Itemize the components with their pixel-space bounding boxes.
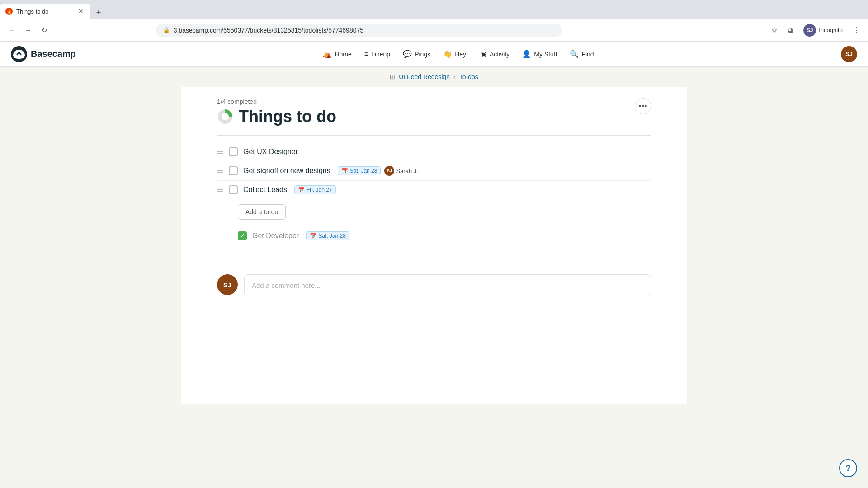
active-tab[interactable]: 🔥 Things to do ✕ bbox=[0, 4, 90, 19]
todo-label-3: Collect Leads bbox=[243, 186, 287, 194]
breadcrumb-section-link[interactable]: To-dos bbox=[459, 73, 478, 80]
nav-hey[interactable]: 👋 Hey! bbox=[438, 47, 473, 61]
app-header: Basecamp ⛺ Home ≡ Lineup 💬 Pings 👋 Hey! … bbox=[0, 42, 868, 67]
completed-section: Get Developer 📅 Sat, Jan 28 bbox=[217, 227, 651, 245]
add-todo-button[interactable]: Add a to-do bbox=[238, 204, 286, 220]
todo-meta-4: 📅 Sat, Jan 28 bbox=[306, 231, 349, 240]
nav-lineup-label: Lineup bbox=[371, 51, 390, 58]
basecamp-logo-icon bbox=[11, 46, 27, 62]
todo-label-1: Get UX Designer bbox=[243, 148, 298, 156]
progress-pie-chart bbox=[217, 108, 233, 125]
todo-checkbox-3[interactable] bbox=[229, 185, 238, 194]
nav-mystuff[interactable]: 👤 My Stuff bbox=[517, 47, 562, 61]
todo-list: Get UX Designer Get signoff on new desig… bbox=[217, 143, 651, 199]
comment-placeholder-text: Add a comment here... bbox=[252, 282, 321, 289]
browser-actions: ☆ ⧉ SJ Incognito ⋮ bbox=[768, 22, 863, 38]
todo-meta-3: 📅 Fri, Jan 27 bbox=[294, 185, 336, 194]
bookmark-button[interactable]: ☆ bbox=[768, 24, 781, 37]
incognito-avatar: SJ bbox=[803, 24, 816, 37]
drag-handle[interactable] bbox=[217, 169, 223, 173]
app-logo[interactable]: Basecamp bbox=[11, 46, 76, 62]
pings-icon: 💬 bbox=[403, 50, 412, 58]
breadcrumb-project-link[interactable]: UI Feed Redesign bbox=[399, 73, 450, 80]
nav-lineup[interactable]: ≡ Lineup bbox=[359, 47, 396, 61]
help-button[interactable]: ? bbox=[839, 459, 857, 477]
content-header: 1/4 completed Things to do ••• bbox=[217, 98, 651, 126]
mystuff-icon: 👤 bbox=[522, 50, 531, 58]
section-divider bbox=[217, 135, 651, 136]
todo-label-2: Get signoff on new designs bbox=[243, 167, 330, 175]
comment-section: SJ Add a comment here... bbox=[217, 263, 651, 296]
todo-meta-2: 📅 Sat, Jan 28 SJ Sarah J. bbox=[338, 166, 418, 176]
nav-activity[interactable]: ◉ Activity bbox=[475, 47, 515, 61]
page-title-row: Things to do bbox=[217, 107, 336, 126]
todo-date-badge-4: 📅 Sat, Jan 28 bbox=[306, 231, 349, 240]
tab-close-button[interactable]: ✕ bbox=[77, 7, 85, 15]
project-grid-icon: ⊞ bbox=[390, 73, 395, 80]
menu-button[interactable]: ⋮ bbox=[850, 24, 863, 37]
nav-pings-label: Pings bbox=[415, 51, 430, 58]
incognito-label: Incognito bbox=[819, 27, 843, 33]
todo-item: Get UX Designer bbox=[217, 143, 651, 161]
nav-home-label: Home bbox=[335, 51, 351, 58]
breadcrumb: ⊞ UI Feed Redesign › To-dos bbox=[390, 73, 478, 80]
todo-checkbox-2[interactable] bbox=[229, 166, 238, 175]
split-view-button[interactable]: ⧉ bbox=[783, 24, 796, 37]
todo-date-text-4: Sat, Jan 28 bbox=[318, 233, 346, 239]
user-avatar[interactable]: SJ bbox=[841, 46, 857, 62]
app-logo-text: Basecamp bbox=[31, 49, 76, 59]
breadcrumb-separator: › bbox=[453, 73, 456, 80]
browser-nav-bar: ← → ↻ 🔒 3.basecamp.com/5550377/buckets/3… bbox=[0, 19, 868, 42]
tab-title: Things to do bbox=[16, 8, 73, 15]
nav-activity-label: Activity bbox=[490, 51, 509, 58]
browser-chrome: 🔥 Things to do ✕ + ← → ↻ 🔒 3.basecamp.co… bbox=[0, 0, 868, 42]
app-nav: ⛺ Home ≡ Lineup 💬 Pings 👋 Hey! ◉ Activit… bbox=[317, 47, 599, 61]
todo-date-badge-2: 📅 Sat, Jan 28 bbox=[338, 166, 381, 175]
drag-handle[interactable] bbox=[217, 188, 223, 192]
comment-input[interactable]: Add a comment here... bbox=[244, 274, 651, 296]
tab-bar: 🔥 Things to do ✕ + bbox=[0, 0, 868, 19]
nav-mystuff-label: My Stuff bbox=[534, 51, 557, 58]
new-tab-button[interactable]: + bbox=[92, 6, 105, 19]
home-icon: ⛺ bbox=[323, 50, 332, 58]
more-options-button[interactable]: ••• bbox=[635, 98, 651, 114]
nav-find-label: Find bbox=[581, 51, 594, 58]
todo-item: Collect Leads 📅 Fri, Jan 27 bbox=[217, 181, 651, 199]
calendar-icon-2: 📅 bbox=[341, 168, 348, 174]
calendar-icon-3: 📅 bbox=[298, 187, 305, 193]
calendar-icon-4: 📅 bbox=[310, 233, 316, 239]
incognito-button[interactable]: SJ Incognito bbox=[799, 22, 847, 38]
lineup-icon: ≡ bbox=[364, 50, 368, 58]
todo-assignee-2: SJ Sarah J. bbox=[384, 166, 418, 176]
lock-icon: 🔒 bbox=[163, 27, 170, 33]
todo-item-completed: Get Developer 📅 Sat, Jan 28 bbox=[238, 227, 651, 245]
comment-user-avatar: SJ bbox=[217, 274, 238, 295]
reload-button[interactable]: ↻ bbox=[38, 24, 51, 37]
todo-label-4: Get Developer bbox=[252, 232, 299, 240]
nav-pings[interactable]: 💬 Pings bbox=[397, 47, 436, 61]
url-text: 3.basecamp.com/5550377/buckets/31325815/… bbox=[174, 27, 555, 34]
forward-button[interactable]: → bbox=[22, 24, 34, 37]
address-bar[interactable]: 🔒 3.basecamp.com/5550377/buckets/3132581… bbox=[156, 24, 562, 37]
title-area: 1/4 completed Things to do bbox=[217, 98, 336, 126]
tab-favicon: 🔥 bbox=[5, 8, 13, 15]
nav-home[interactable]: ⛺ Home bbox=[317, 47, 357, 61]
completed-fraction-text: 1/4 completed bbox=[217, 98, 336, 105]
todo-date-text-3: Fri, Jan 27 bbox=[307, 187, 332, 193]
back-button[interactable]: ← bbox=[5, 24, 18, 37]
find-icon: 🔍 bbox=[570, 50, 579, 58]
todo-checkbox-1[interactable] bbox=[229, 147, 238, 156]
todo-item: Get signoff on new designs 📅 Sat, Jan 28… bbox=[217, 161, 651, 181]
todo-date-badge-3: 📅 Fri, Jan 27 bbox=[294, 185, 336, 194]
todo-date-text-2: Sat, Jan 28 bbox=[350, 168, 377, 174]
assignee-name-2: Sarah J. bbox=[396, 168, 418, 174]
nav-find[interactable]: 🔍 Find bbox=[564, 47, 599, 61]
todo-checkbox-4[interactable] bbox=[238, 231, 247, 240]
assignee-avatar-2: SJ bbox=[384, 166, 394, 176]
hey-icon: 👋 bbox=[443, 50, 452, 58]
svg-point-2 bbox=[222, 113, 229, 120]
drag-handle[interactable] bbox=[217, 150, 223, 154]
page-title: Things to do bbox=[239, 107, 336, 126]
nav-hey-label: Hey! bbox=[455, 51, 468, 58]
breadcrumb-bar: ⊞ UI Feed Redesign › To-dos bbox=[0, 67, 868, 87]
